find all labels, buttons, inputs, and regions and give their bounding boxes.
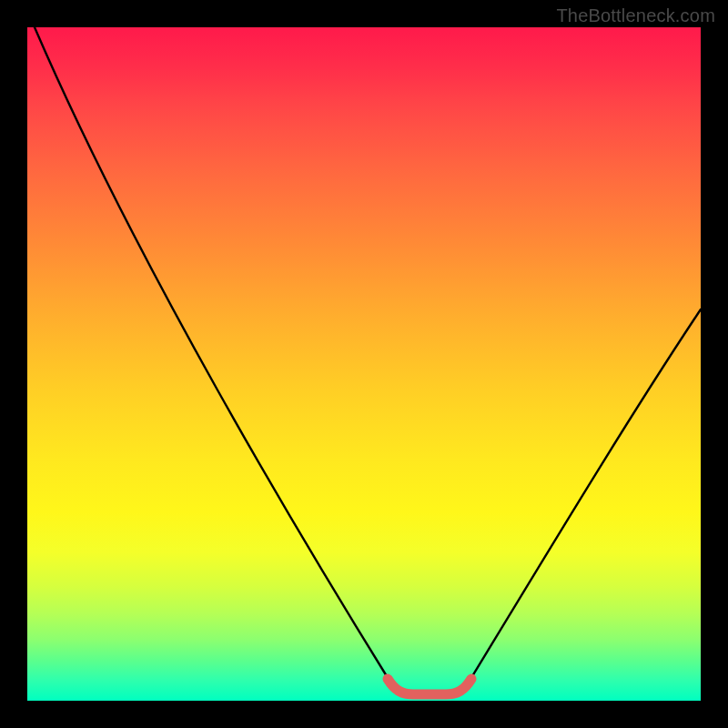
chart-frame: TheBottleneck.com: [0, 0, 728, 728]
plot-area: [27, 27, 701, 701]
bottleneck-curve: [35, 27, 701, 694]
valley-highlight: [388, 679, 471, 694]
curve-layer: [27, 27, 701, 701]
watermark-text: TheBottleneck.com: [556, 5, 715, 26]
